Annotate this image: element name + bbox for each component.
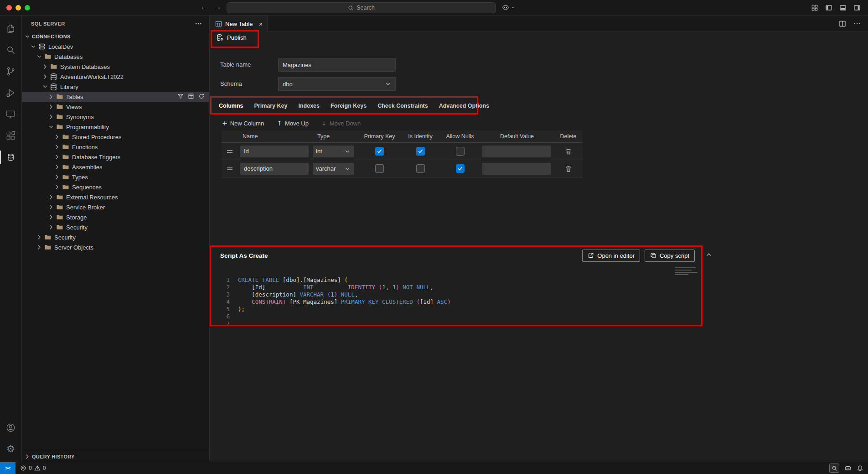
toolbar-move-up[interactable]: ↑Move Up bbox=[277, 120, 309, 127]
problems-indicator[interactable]: 0 0 bbox=[20, 465, 46, 471]
tree-item-library[interactable]: Library bbox=[22, 82, 209, 92]
tree-item-views[interactable]: Views bbox=[22, 102, 209, 112]
designer-tab-advanced-options[interactable]: Advanced Options bbox=[434, 98, 495, 115]
tree-item-localdev[interactable]: LocalDev bbox=[22, 42, 209, 52]
zoom-indicator[interactable] bbox=[829, 464, 839, 473]
chevron-right-icon bbox=[41, 63, 49, 70]
query-history-section[interactable]: QUERY HISTORY bbox=[22, 451, 209, 462]
toggle-panel-icon[interactable] bbox=[839, 4, 847, 11]
activity-item-settings[interactable]: ⚙ bbox=[0, 438, 22, 460]
tree-item-assemblies[interactable]: Assemblies bbox=[22, 162, 209, 172]
tab-new-table[interactable]: New Table × bbox=[210, 16, 268, 32]
close-tab-icon[interactable]: × bbox=[258, 20, 263, 28]
command-center-search[interactable]: Search bbox=[227, 2, 496, 13]
designer-tab-primary-key[interactable]: Primary Key bbox=[248, 98, 293, 115]
designer-tab-foreign-keys[interactable]: Foreign Keys bbox=[325, 98, 372, 115]
tree-item-stored-procedures[interactable]: Stored Procedures bbox=[22, 132, 209, 142]
primary-key-checkbox[interactable] bbox=[375, 147, 384, 156]
tree-item-service-broker[interactable]: Service Broker bbox=[22, 202, 209, 212]
toolbar-move-down: ↓Move Down bbox=[321, 120, 361, 127]
is-identity-checkbox[interactable] bbox=[416, 147, 425, 156]
publish-button[interactable]: Publish bbox=[216, 34, 247, 42]
editor-more-actions-icon[interactable]: ⋯ bbox=[853, 19, 861, 28]
designer-tab-check-constraints[interactable]: Check Constraints bbox=[372, 98, 433, 115]
chevron-down-icon bbox=[41, 83, 49, 90]
activity-item-extensions[interactable] bbox=[0, 125, 22, 146]
tree-action-table-grid-icon[interactable] bbox=[188, 93, 194, 101]
tree-item-synonyms[interactable]: Synonyms bbox=[22, 112, 209, 122]
drag-handle[interactable] bbox=[222, 150, 238, 153]
tree-item-security[interactable]: Security bbox=[22, 222, 209, 232]
tree-item-tables[interactable]: Tables bbox=[22, 92, 209, 102]
collapse-script-icon[interactable] bbox=[705, 251, 713, 258]
designer-tab-label: Columns bbox=[219, 103, 243, 109]
tree-item-databases[interactable]: Databases bbox=[22, 52, 209, 62]
delete-row-icon[interactable] bbox=[565, 165, 572, 172]
schema-select[interactable]: dbo bbox=[278, 77, 396, 91]
column-name-input[interactable] bbox=[240, 163, 309, 175]
tree-action-refresh-icon[interactable] bbox=[198, 93, 205, 101]
tree-item-storage[interactable]: Storage bbox=[22, 212, 209, 222]
customize-layout-icon[interactable] bbox=[811, 4, 818, 11]
tree-item-server-objects[interactable]: Server Objects bbox=[22, 242, 209, 252]
forward-icon[interactable]: → bbox=[214, 3, 221, 10]
table-name-input[interactable] bbox=[278, 58, 396, 72]
primary-key-checkbox[interactable] bbox=[375, 164, 384, 173]
editor-area: New Table × ⋯ Publish Table name Schema … bbox=[210, 16, 868, 462]
tree-item-security[interactable]: Security bbox=[22, 232, 209, 242]
notifications-bell-icon[interactable] bbox=[857, 465, 863, 472]
copilot-menu[interactable] bbox=[502, 4, 516, 11]
minimize-window-button[interactable] bbox=[16, 5, 21, 10]
tree-item-adventureworkslt2022[interactable]: AdventureWorksLT2022 bbox=[22, 72, 209, 82]
tree-item-database-triggers[interactable]: Database Triggers bbox=[22, 152, 209, 162]
script-button-copy-script[interactable]: Copy script bbox=[645, 250, 695, 262]
tree-item-label: LocalDev bbox=[48, 43, 73, 50]
sidebar-more-actions-icon[interactable]: ⋯ bbox=[195, 20, 202, 28]
designer-tab-strip: ColumnsPrimary KeyIndexesForeign KeysChe… bbox=[213, 98, 495, 115]
tree-item-external-resources[interactable]: External Resources bbox=[22, 192, 209, 202]
tree-item-sequences[interactable]: Sequences bbox=[22, 182, 209, 192]
table-row: varchar bbox=[222, 160, 583, 177]
query-history-label: QUERY HISTORY bbox=[32, 454, 75, 459]
remote-indicator[interactable]: >< bbox=[0, 462, 16, 474]
drag-handle[interactable] bbox=[222, 167, 238, 171]
tree-item-programmability[interactable]: Programmability bbox=[22, 122, 209, 132]
column-header-default-value: Default Value bbox=[480, 133, 554, 140]
toggle-primary-sidebar-icon[interactable] bbox=[825, 4, 832, 11]
default-value-input[interactable] bbox=[482, 146, 551, 157]
activity-item-source-control[interactable] bbox=[0, 61, 22, 82]
activity-item-search[interactable] bbox=[0, 39, 22, 61]
default-value-input[interactable] bbox=[482, 163, 551, 175]
tree-item-label: Programmability bbox=[66, 124, 109, 130]
tree-item-functions[interactable]: Functions bbox=[22, 142, 209, 152]
toggle-secondary-sidebar-icon[interactable] bbox=[853, 4, 861, 11]
allow-nulls-checkbox[interactable] bbox=[456, 147, 465, 156]
tree-action-filter-icon[interactable] bbox=[177, 93, 184, 101]
column-type-select[interactable]: int bbox=[313, 146, 354, 157]
table-row: int bbox=[222, 143, 583, 160]
close-window-button[interactable] bbox=[6, 5, 12, 10]
allow-nulls-checkbox[interactable] bbox=[456, 164, 465, 173]
split-editor-icon[interactable] bbox=[839, 20, 846, 27]
toolbar-new-column[interactable]: +New Column bbox=[222, 120, 264, 127]
activity-item-accounts[interactable] bbox=[0, 417, 22, 438]
zoom-window-button[interactable] bbox=[25, 5, 30, 10]
delete-row-icon[interactable] bbox=[565, 148, 572, 155]
is-identity-checkbox[interactable] bbox=[416, 164, 425, 173]
designer-tab-indexes[interactable]: Indexes bbox=[293, 98, 325, 115]
column-name-input[interactable] bbox=[240, 146, 309, 157]
activity-item-explorer[interactable] bbox=[0, 18, 22, 39]
sidebar-section-connections[interactable]: CONNECTIONS bbox=[22, 31, 209, 42]
activity-item-remote-explorer[interactable] bbox=[0, 104, 22, 125]
database-icon bbox=[7, 153, 15, 161]
tree-item-system-databases[interactable]: System Databases bbox=[22, 62, 209, 72]
copilot-status-icon[interactable] bbox=[844, 464, 852, 472]
back-icon[interactable]: ← bbox=[201, 3, 207, 10]
sidebar: SQL SERVER ⋯ CONNECTIONSLocalDevDatabase… bbox=[22, 16, 210, 462]
column-type-select[interactable]: varchar bbox=[313, 163, 354, 175]
designer-tab-columns[interactable]: Columns bbox=[213, 98, 248, 115]
script-button-open-in-editor[interactable]: Open in editor bbox=[582, 250, 640, 262]
activity-item-run-debug[interactable] bbox=[0, 82, 22, 104]
tree-item-types[interactable]: Types bbox=[22, 172, 209, 182]
activity-item-sql-server[interactable] bbox=[0, 146, 22, 168]
